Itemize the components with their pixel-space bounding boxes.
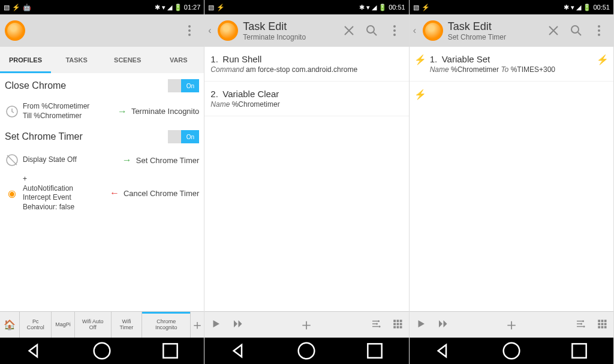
svg-rect-39: [601, 326, 603, 328]
search-icon[interactable]: [569, 23, 583, 38]
svg-point-30: [580, 323, 582, 324]
project-tab[interactable]: MagPi: [52, 312, 75, 338]
play-icon[interactable]: [416, 318, 426, 332]
arrow-icon: →: [122, 155, 133, 166]
home-button[interactable]: [499, 339, 523, 363]
profile-header[interactable]: Set Chrome Timer On: [0, 124, 204, 149]
tab-scenes[interactable]: SCENES: [102, 47, 153, 73]
actions-list: 1.Run Shell Command am force-stop com.an…: [204, 47, 408, 311]
grid-icon[interactable]: [392, 318, 403, 332]
profile-condition[interactable]: Display State Off → Set Chrome Timer: [0, 149, 204, 171]
svg-point-31: [583, 326, 585, 327]
action-placeholder: ⚡: [410, 82, 613, 96]
svg-rect-22: [399, 326, 402, 328]
back-button[interactable]: [431, 339, 455, 363]
step-icon[interactable]: [232, 318, 243, 332]
recent-button[interactable]: [158, 339, 182, 363]
profile-name: Set Chrome Timer: [5, 131, 83, 142]
status-bar: ▧⚡ ✱▾◢🔋00:51: [204, 0, 408, 14]
back-chevron-icon[interactable]: ‹: [208, 25, 215, 36]
svg-point-28: [598, 34, 600, 36]
profile-condition[interactable]: ◉ + AutoNotification Intercept Event Beh…: [0, 171, 204, 215]
project-tab[interactable]: Wifi Auto Off: [75, 312, 112, 338]
app-icon: ◉: [5, 186, 19, 200]
action-item[interactable]: 1.Run Shell Command am force-stop com.an…: [204, 47, 408, 82]
overflow-icon[interactable]: [387, 23, 402, 38]
status-time: 00:51: [593, 4, 610, 11]
svg-rect-24: [368, 344, 381, 357]
profile-condition[interactable]: From %Chrometimer Till %Chrometimer → Te…: [0, 98, 204, 124]
header-subtitle: Terminate Incognito: [243, 33, 338, 41]
recent-button[interactable]: [363, 339, 387, 363]
play-icon[interactable]: [210, 318, 221, 332]
svg-point-2: [188, 34, 191, 36]
profile-name: Close Chrome: [5, 80, 66, 91]
svg-point-9: [393, 29, 396, 32]
project-tab[interactable]: Pc Control: [20, 312, 52, 338]
task-link[interactable]: Terminate Incognito: [131, 107, 199, 116]
svg-rect-40: [604, 326, 607, 328]
svg-rect-32: [598, 320, 600, 322]
close-icon[interactable]: [342, 23, 356, 38]
flash-icon: ⚡: [422, 4, 430, 11]
settings-icon[interactable]: [575, 318, 586, 332]
display-icon: [5, 153, 19, 167]
settings-icon[interactable]: [371, 318, 381, 332]
tab-vars[interactable]: VARS: [153, 47, 204, 73]
add-button[interactable]: ＋: [191, 316, 204, 334]
wifi-icon: ▾: [162, 4, 165, 11]
image-icon: ▧: [4, 4, 10, 11]
tab-profiles[interactable]: PROFILES: [0, 47, 51, 73]
back-button[interactable]: [22, 339, 46, 363]
svg-rect-18: [396, 323, 399, 325]
svg-rect-19: [399, 323, 402, 325]
signal-icon: ◢: [167, 4, 172, 11]
svg-rect-37: [604, 323, 607, 325]
overflow-icon[interactable]: [182, 23, 197, 38]
project-tab[interactable]: Wifi Timer: [112, 312, 142, 338]
battery-icon: 🔋: [583, 4, 591, 11]
profile-toggle[interactable]: On: [168, 79, 199, 92]
condition-text: + AutoNotification Intercept Event Behav…: [23, 175, 106, 212]
svg-rect-38: [598, 326, 600, 328]
add-action-button[interactable]: ＋: [249, 314, 364, 335]
home-project[interactable]: 🏠: [0, 312, 20, 338]
search-icon[interactable]: [365, 23, 379, 38]
home-button[interactable]: [294, 339, 318, 363]
task-link[interactable]: Cancel Chrome Timer: [124, 189, 199, 198]
app-logo: [4, 19, 26, 42]
overflow-icon[interactable]: [592, 23, 606, 38]
project-tab[interactable]: Chrome Incognito: [142, 312, 191, 338]
svg-rect-35: [598, 323, 600, 325]
svg-point-25: [571, 26, 579, 33]
tab-tasks[interactable]: TASKS: [51, 47, 102, 73]
back-button[interactable]: [227, 339, 251, 363]
svg-rect-15: [396, 320, 399, 322]
grid-icon[interactable]: [597, 318, 607, 332]
back-chevron-icon[interactable]: ‹: [413, 25, 420, 36]
svg-rect-14: [393, 320, 396, 322]
svg-point-8: [393, 25, 396, 28]
svg-rect-20: [393, 326, 396, 328]
flash-icon: ⚡: [216, 4, 225, 11]
header-subtitle: Set Chrome Timer: [448, 33, 543, 41]
flash-right-icon: ⚡: [597, 54, 609, 65]
profile-header[interactable]: Close Chrome On: [0, 73, 204, 98]
action-item[interactable]: 2.Variable Clear Name %Chrometimer: [204, 82, 408, 116]
close-icon[interactable]: [546, 23, 561, 38]
action-item[interactable]: ⚡ 1.Variable Set Name %Chrometimer To %T…: [410, 47, 613, 82]
arrow-icon: ←: [109, 188, 120, 198]
task-link[interactable]: Set Chrome Timer: [136, 156, 199, 165]
app-logo: [422, 19, 444, 42]
wifi-icon: ▾: [571, 4, 574, 11]
actions-list: ⚡ 1.Variable Set Name %Chrometimer To %T…: [410, 47, 613, 311]
task-footer: ＋: [410, 311, 613, 338]
panel-task-edit-1: ▧⚡ ✱▾◢🔋00:51 ‹ Task Edit Terminate Incog…: [204, 0, 409, 364]
battery-icon: 🔋: [174, 4, 182, 11]
status-bar: ▧ ⚡ 🤖 ✱ ▾ ◢ 🔋 01:27: [0, 0, 204, 14]
profile-toggle[interactable]: On: [168, 130, 199, 143]
home-button[interactable]: [90, 339, 114, 363]
step-icon[interactable]: [437, 318, 448, 332]
recent-button[interactable]: [567, 339, 591, 363]
add-action-button[interactable]: ＋: [454, 314, 569, 335]
